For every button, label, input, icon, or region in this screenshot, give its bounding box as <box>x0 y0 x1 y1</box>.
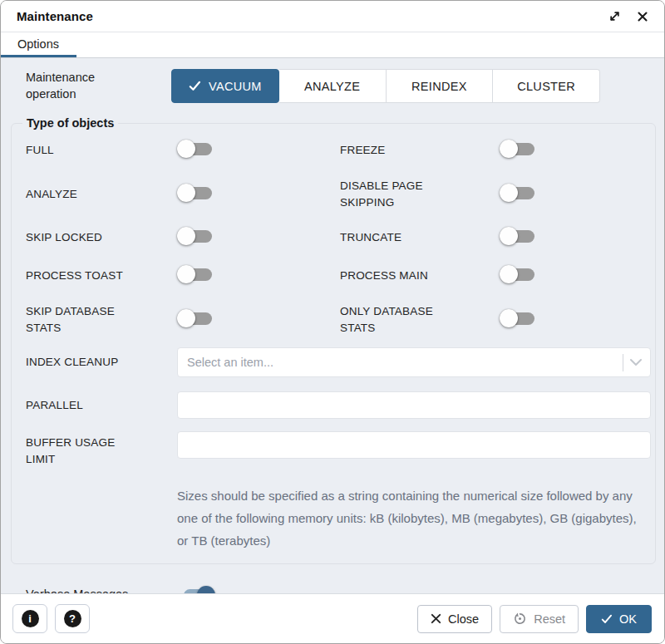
help-icon: ? <box>64 610 81 627</box>
operation-cluster-label: CLUSTER <box>517 80 575 93</box>
verbose-messages-row: Verbose Messages <box>11 576 654 594</box>
reset-button-label: Reset <box>534 612 565 626</box>
type-of-objects-legend: Type of objects <box>22 116 118 130</box>
close-button[interactable]: Close <box>417 605 492 633</box>
close-button-label: Close <box>448 612 479 626</box>
parallel-label: PARALLEL <box>26 389 177 422</box>
verbose-messages-toggle[interactable] <box>180 586 217 594</box>
toggle-thumb <box>177 184 195 202</box>
index-cleanup-select[interactable]: Select an item... <box>177 347 651 377</box>
sql-info-button[interactable]: i <box>12 604 47 633</box>
verbose-messages-label: Verbose Messages <box>26 587 180 593</box>
dialog-footer: i ? Close Reset <box>1 593 664 643</box>
process-main-toggle[interactable] <box>500 265 537 283</box>
chevron-down-icon[interactable] <box>629 358 643 366</box>
toggles-grid: FULL FREEZE ANALYZE DISABLE PAGE SKIPPIN… <box>26 131 651 344</box>
parallel-row: PARALLEL <box>26 389 651 422</box>
index-cleanup-placeholder: Select an item... <box>187 356 273 369</box>
analyze-toggle[interactable] <box>177 184 214 202</box>
close-x-icon <box>431 613 441 624</box>
disable-page-skipping-label: DISABLE PAGE SKIPPING <box>340 170 500 219</box>
operation-reindex-button[interactable]: REINDEX <box>387 69 494 103</box>
buffer-usage-limit-row: BUFFER USAGE LIMIT <box>26 431 651 475</box>
maintenance-operation-row: Maintenance operation VACUUM ANALYZE REI… <box>11 69 654 103</box>
operation-cluster-button[interactable]: CLUSTER <box>493 69 600 103</box>
reset-icon <box>513 612 527 626</box>
operation-analyze-label: ANALYZE <box>304 80 360 93</box>
dialog-title: Maintenance <box>17 9 93 23</box>
truncate-toggle[interactable] <box>500 227 537 245</box>
operation-analyze-button[interactable]: ANALYZE <box>279 69 387 103</box>
footer-actions: Close Reset OK <box>417 605 652 633</box>
dialog-content: Maintenance operation VACUUM ANALYZE REI… <box>1 58 664 593</box>
help-button[interactable]: ? <box>55 604 90 633</box>
check-icon <box>189 81 201 91</box>
truncate-label: TRUNCATE <box>340 221 500 254</box>
process-toast-toggle[interactable] <box>177 265 214 283</box>
toggle-thumb <box>177 140 195 158</box>
toggle-thumb <box>177 309 195 327</box>
freeze-toggle[interactable] <box>500 140 537 158</box>
toggle-thumb <box>177 227 195 245</box>
buffer-usage-limit-help-text: Sizes should be specified as a string co… <box>177 484 651 552</box>
skip-database-stats-toggle[interactable] <box>177 309 214 327</box>
skip-locked-toggle[interactable] <box>177 227 214 245</box>
toggle-thumb <box>500 309 518 327</box>
toggle-thumb <box>500 227 518 245</box>
ok-button-label: OK <box>619 612 637 626</box>
operation-toggle-group: VACUUM ANALYZE REINDEX CLUSTER <box>171 69 600 103</box>
only-database-stats-label: ONLY DATABASE STATS <box>340 295 500 344</box>
titlebar-actions <box>606 8 651 25</box>
process-main-label: PROCESS MAIN <box>340 259 500 293</box>
process-toast-label: PROCESS TOAST <box>26 259 177 293</box>
toggle-thumb <box>197 586 215 594</box>
tab-options-label: Options <box>17 37 59 51</box>
ok-check-icon <box>601 614 613 624</box>
toggle-thumb <box>500 265 518 283</box>
operation-vacuum-label: VACUUM <box>209 80 262 93</box>
expand-icon[interactable] <box>606 8 623 25</box>
operation-vacuum-button[interactable]: VACUUM <box>171 69 279 103</box>
only-database-stats-toggle[interactable] <box>500 309 537 327</box>
maintenance-dialog: Maintenance Options Maintenan <box>0 0 665 644</box>
buffer-usage-limit-input[interactable] <box>177 431 651 459</box>
toggle-thumb <box>177 265 195 283</box>
title-bar: Maintenance <box>1 1 664 32</box>
analyze-label: ANALYZE <box>26 178 177 211</box>
toggle-thumb <box>500 140 518 158</box>
skip-locked-label: SKIP LOCKED <box>26 221 177 254</box>
type-of-objects-fieldset: Type of objects FULL FREEZE ANALYZE DISA… <box>11 116 656 564</box>
reset-button[interactable]: Reset <box>500 605 579 633</box>
maintenance-operation-label: Maintenance operation <box>26 70 171 102</box>
close-icon[interactable] <box>634 8 651 25</box>
toggle-thumb <box>500 184 518 202</box>
tab-options[interactable]: Options <box>1 32 76 57</box>
info-icon: i <box>22 610 39 627</box>
full-label: FULL <box>26 134 177 167</box>
full-toggle[interactable] <box>177 140 214 158</box>
index-cleanup-row: INDEX CLEANUP Select an item... <box>26 346 651 379</box>
skip-database-stats-label: SKIP DATABASE STATS <box>26 295 177 344</box>
index-cleanup-label: INDEX CLEANUP <box>26 346 177 379</box>
ok-button[interactable]: OK <box>586 605 652 633</box>
freeze-label: FREEZE <box>340 134 500 167</box>
tab-bar: Options <box>1 32 664 58</box>
buffer-usage-limit-label: BUFFER USAGE LIMIT <box>26 431 177 475</box>
disable-page-skipping-toggle[interactable] <box>500 184 537 202</box>
operation-reindex-label: REINDEX <box>411 80 467 93</box>
select-divider <box>623 354 623 371</box>
parallel-input[interactable] <box>177 391 651 419</box>
